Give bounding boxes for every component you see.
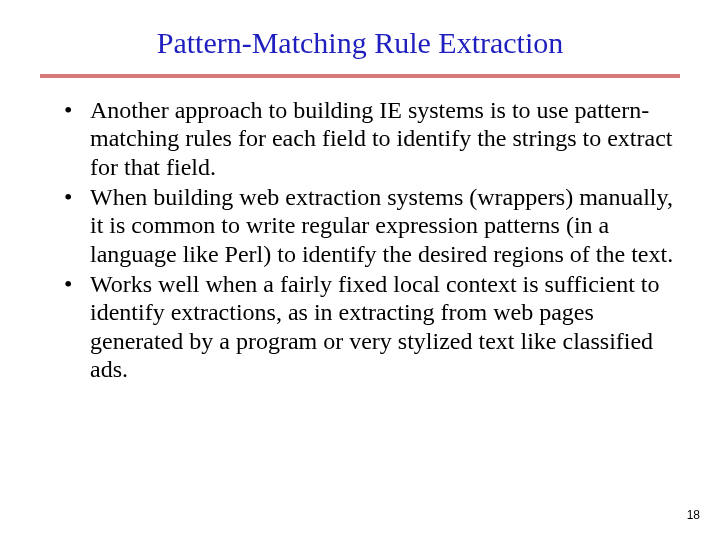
- title-underline: [40, 74, 680, 78]
- list-item: Another approach to building IE systems …: [60, 96, 680, 181]
- page-number: 18: [687, 508, 700, 522]
- bullet-list: Another approach to building IE systems …: [40, 96, 680, 383]
- list-item: When building web extraction systems (wr…: [60, 183, 680, 268]
- slide-content: Pattern-Matching Rule Extraction Another…: [0, 0, 720, 383]
- slide-title: Pattern-Matching Rule Extraction: [40, 26, 680, 60]
- list-item: Works well when a fairly fixed local con…: [60, 270, 680, 383]
